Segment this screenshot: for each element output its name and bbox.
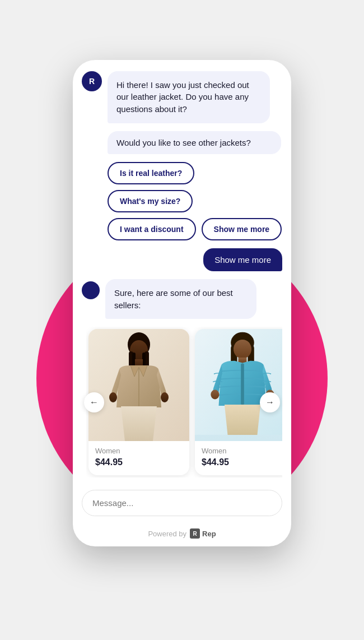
product-svg-1 [88, 329, 189, 441]
product-image-1 [88, 329, 189, 441]
powered-by-footer: Powered by R Rep [73, 524, 291, 546]
svg-point-19 [211, 390, 219, 400]
quick-reply-show-more[interactable]: Show me more [202, 218, 282, 240]
avatar-letter: R [89, 77, 95, 86]
rep-logo: R Rep [190, 528, 216, 539]
user-bubble: Show me more [203, 248, 282, 271]
left-arrow-icon: ← [90, 397, 99, 407]
bot-response-text: Sure, here are some of our best sellers: [114, 288, 233, 310]
product-category-1: Women [95, 447, 183, 455]
bot-response-bubble: Sure, here are some of our best sellers: [105, 279, 256, 319]
chat-area: R Hi there! I saw you just checked out o… [73, 60, 291, 485]
quick-replies-container: Is it real leather? What's my size? I wa… [108, 162, 282, 240]
rep-logo-icon: R [190, 528, 200, 539]
svg-point-16 [234, 340, 251, 359]
bot-greeting-bubble: Hi there! I saw you just checked out our… [108, 71, 270, 123]
would-you-like-text: Would you like to see other jackets? [116, 138, 251, 147]
product-svg-2 [195, 329, 282, 435]
svg-point-11 [161, 392, 169, 402]
product-carousel: ← [82, 327, 282, 477]
bot-avatar: R [82, 71, 102, 91]
carousel-cards-container: Women $44.95 [86, 327, 282, 477]
message-input[interactable] [82, 490, 282, 516]
user-message-row: Show me more [82, 248, 282, 271]
user-message-text: Show me more [214, 255, 271, 265]
product-info-1: Women $44.95 [88, 441, 189, 475]
bot-dot-avatar [82, 281, 100, 299]
rep-brand-text: Rep [202, 530, 216, 538]
product-image-2 [195, 329, 282, 441]
product-category-2: Women [202, 447, 282, 455]
quick-reply-discount[interactable]: I want a discount [108, 218, 196, 240]
product-price-2: $44.95 [202, 457, 282, 467]
product-info-2: Women $44.95 [195, 441, 282, 475]
outer-wrapper: R Hi there! I saw you just checked out o… [0, 0, 364, 640]
carousel-next-button[interactable]: → [260, 392, 280, 412]
product-price-1: $44.95 [95, 457, 183, 467]
phone-shell: R Hi there! I saw you just checked out o… [73, 60, 291, 547]
right-arrow-icon: → [265, 397, 274, 407]
input-area [73, 484, 291, 524]
svg-point-10 [109, 392, 117, 402]
carousel-prev-button[interactable]: ← [84, 392, 104, 412]
powered-by-text: Powered by [148, 530, 186, 538]
svg-rect-18 [241, 364, 244, 405]
bot-greeting-text: Hi there! I saw you just checked out our… [116, 80, 249, 114]
quick-reply-leather[interactable]: Is it real leather? [108, 162, 194, 184]
bot-response-row: Sure, here are some of our best sellers: [82, 279, 282, 319]
bot-greeting-row: R Hi there! I saw you just checked out o… [82, 71, 282, 123]
would-you-like-bubble: Would you like to see other jackets? [108, 131, 281, 154]
quick-reply-size[interactable]: What's my size? [108, 190, 193, 212]
would-you-like-row: Would you like to see other jackets? [108, 131, 282, 154]
svg-text:R: R [193, 531, 197, 537]
